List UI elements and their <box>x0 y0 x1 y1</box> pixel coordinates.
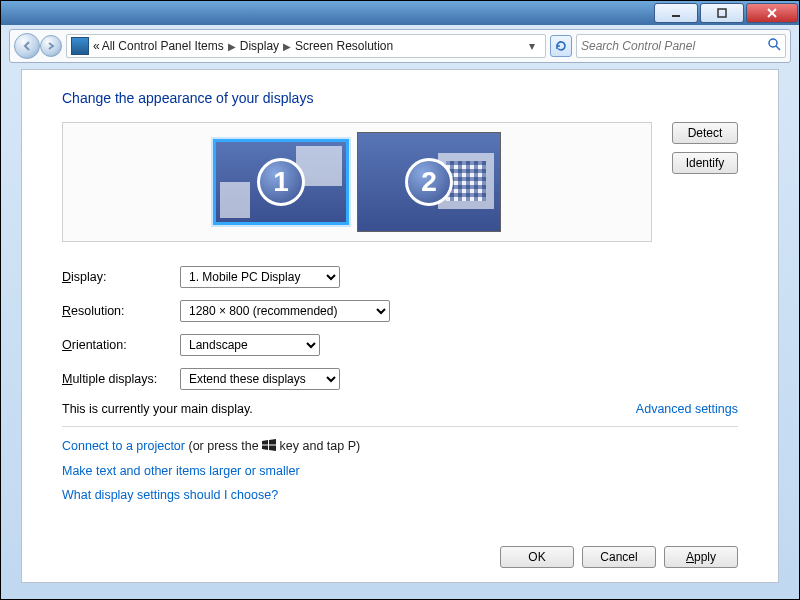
chevron-right-icon: ▶ <box>281 41 293 52</box>
address-bar: « All Control Panel Items ▶ Display ▶ Sc… <box>9 29 791 63</box>
search-box[interactable] <box>576 34 786 58</box>
titlebar <box>1 1 799 25</box>
breadcrumb-item[interactable]: Screen Resolution <box>295 39 393 53</box>
minimize-button[interactable] <box>654 3 698 23</box>
svg-line-5 <box>776 46 780 50</box>
multiple-displays-select[interactable]: Extend these displays <box>180 368 340 390</box>
cancel-button[interactable]: Cancel <box>582 546 656 568</box>
search-icon <box>767 37 781 55</box>
refresh-button[interactable] <box>550 35 572 57</box>
control-panel-window: « All Control Panel Items ▶ Display ▶ Sc… <box>0 0 800 600</box>
display-settings-form: Display: 1. Mobile PC Display Resolution… <box>62 266 738 390</box>
orientation-select[interactable]: Landscape <box>180 334 320 356</box>
resolution-label: Resolution: <box>62 304 180 318</box>
display-select[interactable]: 1. Mobile PC Display <box>180 266 340 288</box>
apply-button[interactable]: Apply <box>664 546 738 568</box>
projector-row: Connect to a projector (or press the key… <box>62 439 738 454</box>
display-preview[interactable]: 1 2 <box>62 122 652 242</box>
breadcrumb-item[interactable]: All Control Panel Items <box>102 39 224 53</box>
display-label: Display: <box>62 270 180 284</box>
orientation-label: Orientation: <box>62 338 180 352</box>
connect-projector-link[interactable]: Connect to a projector <box>62 439 185 453</box>
detect-button[interactable]: Detect <box>672 122 738 144</box>
breadcrumb-item[interactable]: Display <box>240 39 279 53</box>
resolution-select[interactable]: 1280 × 800 (recommended) <box>180 300 390 322</box>
advanced-settings-link[interactable]: Advanced settings <box>636 402 738 416</box>
svg-rect-1 <box>718 9 726 17</box>
close-button[interactable] <box>746 3 798 23</box>
monitor-number: 2 <box>405 158 453 206</box>
monitor-1[interactable]: 1 <box>213 139 349 225</box>
monitor-number: 1 <box>257 158 305 206</box>
main-display-status: This is currently your main display. <box>62 402 253 416</box>
help-link[interactable]: What display settings should I choose? <box>62 488 738 502</box>
search-input[interactable] <box>581 39 767 53</box>
page-heading: Change the appearance of your displays <box>62 90 738 106</box>
multiple-displays-label: Multiple displays: <box>62 372 180 386</box>
back-button[interactable] <box>14 33 40 59</box>
maximize-button[interactable] <box>700 3 744 23</box>
dialog-buttons: OK Cancel Apply <box>500 546 738 568</box>
text-size-link[interactable]: Make text and other items larger or smal… <box>62 464 738 478</box>
control-panel-icon <box>71 37 89 55</box>
monitor-2[interactable]: 2 <box>357 132 501 232</box>
svg-point-4 <box>769 39 777 47</box>
breadcrumb-prefix: « <box>93 39 100 53</box>
identify-button[interactable]: Identify <box>672 152 738 174</box>
breadcrumb[interactable]: « All Control Panel Items ▶ Display ▶ Sc… <box>66 34 546 58</box>
windows-key-icon <box>262 439 276 454</box>
content-pane: Change the appearance of your displays 1… <box>21 69 779 583</box>
chevron-right-icon: ▶ <box>226 41 238 52</box>
forward-button[interactable] <box>40 35 62 57</box>
breadcrumb-dropdown-icon[interactable]: ▾ <box>523 39 541 53</box>
ok-button[interactable]: OK <box>500 546 574 568</box>
